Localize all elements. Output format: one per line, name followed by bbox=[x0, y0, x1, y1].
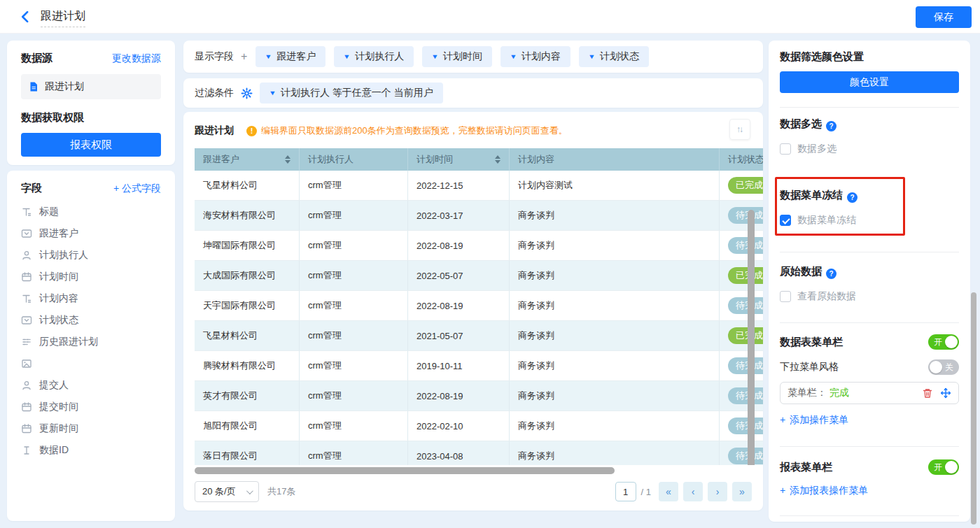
save-button[interactable]: 保存 bbox=[916, 6, 972, 28]
dropdown-style-title: 下拉菜单风格 bbox=[780, 361, 839, 373]
page-number-input[interactable] bbox=[615, 482, 636, 501]
add-formula-field-link[interactable]: + 公式字段 bbox=[113, 183, 161, 195]
add-display-field-button[interactable]: + bbox=[241, 50, 247, 63]
column-header[interactable]: 计划时间 bbox=[408, 148, 510, 171]
status-badge: 待完成 bbox=[728, 357, 763, 374]
status-cell: 待完成 bbox=[720, 291, 763, 320]
table-row[interactable]: 旭阳有限公司crm管理2022-02-10商务谈判待完成 bbox=[195, 411, 763, 441]
trash-icon[interactable] bbox=[922, 387, 933, 399]
next-page-button[interactable]: › bbox=[708, 482, 727, 501]
column-header[interactable]: 跟进客户 bbox=[195, 148, 300, 171]
chevron-down-icon bbox=[246, 487, 253, 494]
horizontal-scrollbar[interactable] bbox=[195, 467, 615, 474]
table-cell: crm管理 bbox=[300, 441, 408, 465]
prev-page-button[interactable]: ‹ bbox=[683, 482, 703, 501]
table-row[interactable]: 落日有限公司crm管理2023-04-08商务谈判待完成 bbox=[195, 441, 763, 465]
back-icon[interactable] bbox=[18, 10, 32, 24]
field-item[interactable]: 提交人 bbox=[21, 374, 161, 396]
field-item[interactable]: 数据ID bbox=[21, 439, 161, 461]
table-cell: crm管理 bbox=[300, 171, 408, 200]
help-icon[interactable]: ? bbox=[826, 269, 836, 279]
app: 跟进计划 保存 数据源 更改数据源 跟进计划 数据获取权限 报表权限 字段 + … bbox=[0, 0, 980, 528]
column-header[interactable]: 计划内容 bbox=[510, 148, 720, 171]
display-field-chip[interactable]: ▼计划执行人 bbox=[334, 46, 414, 67]
multi-select-title: 数据多选 bbox=[780, 117, 822, 129]
filter-condition-chip[interactable]: ▼ 计划执行人 等于任意一个 当前用户 bbox=[260, 83, 443, 104]
table-menubar-toggle[interactable]: 开 bbox=[928, 334, 959, 350]
field-item-label: 跟进客户 bbox=[39, 227, 78, 240]
last-page-button[interactable]: » bbox=[732, 482, 752, 501]
datasource-item[interactable]: 跟进计划 bbox=[21, 74, 161, 99]
field-item[interactable]: 跟进客户 bbox=[21, 222, 161, 244]
gear-icon[interactable] bbox=[241, 87, 253, 99]
table-row[interactable]: 海安材料有限公司crm管理2022-03-17商务谈判待完成 bbox=[195, 201, 763, 231]
first-page-button[interactable]: « bbox=[659, 482, 678, 501]
display-field-chip[interactable]: ▼计划状态 bbox=[579, 46, 649, 67]
field-item[interactable]: 历史跟进计划 bbox=[21, 331, 161, 352]
checkbox-unchecked[interactable] bbox=[780, 143, 791, 155]
field-item[interactable] bbox=[21, 352, 161, 374]
status-badge: 待完成 bbox=[728, 237, 763, 254]
field-item[interactable]: 计划执行人 bbox=[21, 244, 161, 266]
dropdown-style-toggle[interactable]: 关 bbox=[928, 359, 959, 375]
table-cell: crm管理 bbox=[300, 381, 408, 411]
table-row[interactable]: 天宇国际有限公司crm管理2022-08-19商务谈判待完成 bbox=[195, 291, 763, 321]
display-field-chip[interactable]: ▼跟进客户 bbox=[255, 46, 326, 67]
vertical-scrollbar[interactable] bbox=[748, 210, 755, 465]
window-scrollbar[interactable] bbox=[971, 292, 976, 525]
checkbox-checked[interactable] bbox=[780, 215, 791, 226]
table-row[interactable]: 大成国际有限公司crm管理2022-05-07商务谈判已完成 bbox=[195, 261, 763, 291]
display-chips: ▼跟进客户▼计划执行人▼计划时间▼计划内容▼计划状态 bbox=[255, 46, 649, 67]
toggle-off-label: 关 bbox=[945, 362, 953, 373]
add-report-menu-label: 添加报表操作菜单 bbox=[790, 485, 868, 497]
report-permission-button[interactable]: 报表权限 bbox=[21, 133, 161, 157]
field-item[interactable]: 提交时间 bbox=[21, 396, 161, 418]
table-cell: crm管理 bbox=[300, 411, 408, 441]
table-row[interactable]: 坤曜国际有限公司crm管理2022-08-19商务谈判待完成 bbox=[195, 231, 763, 261]
multi-select-checkbox-row[interactable]: 数据多选 bbox=[780, 143, 959, 155]
field-item[interactable]: 计划时间 bbox=[21, 266, 161, 287]
move-icon[interactable] bbox=[940, 387, 951, 399]
status-cell: 待完成 bbox=[720, 201, 763, 230]
sort-tool-button[interactable]: ↑↓ bbox=[729, 119, 750, 140]
help-icon[interactable]: ? bbox=[847, 192, 858, 203]
display-field-chip[interactable]: ▼计划时间 bbox=[422, 46, 492, 67]
toggle-knob bbox=[930, 361, 942, 373]
field-item[interactable]: 标题 bbox=[21, 201, 161, 222]
table-cell: crm管理 bbox=[300, 351, 408, 380]
table-cell: 2019-10-11 bbox=[408, 351, 510, 380]
column-header[interactable]: 计划执行人 bbox=[300, 148, 408, 171]
table-row[interactable]: 英才有限公司crm管理2022-08-19商务谈判待完成 bbox=[195, 381, 763, 411]
color-settings-button[interactable]: 颜色设置 bbox=[780, 71, 959, 93]
table-row[interactable]: 腾骏材料有限公司crm管理2019-10-11商务谈判待完成 bbox=[195, 351, 763, 381]
table-cell: 2021-05-07 bbox=[408, 321, 510, 350]
column-header[interactable]: 计划状态 bbox=[720, 148, 763, 171]
table-cell: 2022-12-15 bbox=[408, 171, 510, 200]
id-icon bbox=[21, 445, 32, 456]
field-item-label: 计划时间 bbox=[39, 271, 78, 283]
sort-icon[interactable] bbox=[495, 155, 500, 164]
freeze-checkbox-row[interactable]: 数据菜单冻结 bbox=[780, 214, 959, 227]
table-cell: 2022-08-19 bbox=[408, 291, 510, 320]
page-size-select[interactable]: 20 条/页 bbox=[195, 481, 259, 502]
field-item[interactable]: 计划内容 bbox=[21, 287, 161, 309]
change-datasource-link[interactable]: 更改数据源 bbox=[112, 52, 161, 65]
menubar-item-prefix: 菜单栏： bbox=[788, 387, 827, 399]
calendar-icon bbox=[21, 423, 32, 434]
menubar-item[interactable]: 菜单栏： 完成 bbox=[780, 382, 959, 404]
report-menubar-toggle[interactable]: 开 bbox=[928, 459, 959, 475]
add-action-menu-link[interactable]: +添加操作菜单 bbox=[780, 414, 848, 427]
column-header-label: 跟进客户 bbox=[203, 153, 239, 166]
help-icon[interactable]: ? bbox=[826, 121, 836, 131]
table-row[interactable]: 飞星材料公司crm管理2021-05-07商务谈判已完成 bbox=[195, 321, 763, 351]
status-cell: 待完成 bbox=[720, 441, 763, 465]
checkbox-unchecked[interactable] bbox=[780, 291, 791, 302]
raw-data-checkbox-row[interactable]: 查看原始数据 bbox=[780, 290, 959, 303]
sort-icon[interactable] bbox=[285, 155, 290, 164]
table-cell: 英才有限公司 bbox=[195, 381, 300, 411]
table-row[interactable]: 飞星材料公司crm管理2022-12-15计划内容测试已完成 bbox=[195, 171, 763, 201]
field-item[interactable]: 更新时间 bbox=[21, 418, 161, 439]
add-report-menu-link[interactable]: +添加报表操作菜单 bbox=[780, 485, 868, 497]
field-item[interactable]: 计划状态 bbox=[21, 309, 161, 331]
display-field-chip[interactable]: ▼计划内容 bbox=[500, 46, 570, 67]
